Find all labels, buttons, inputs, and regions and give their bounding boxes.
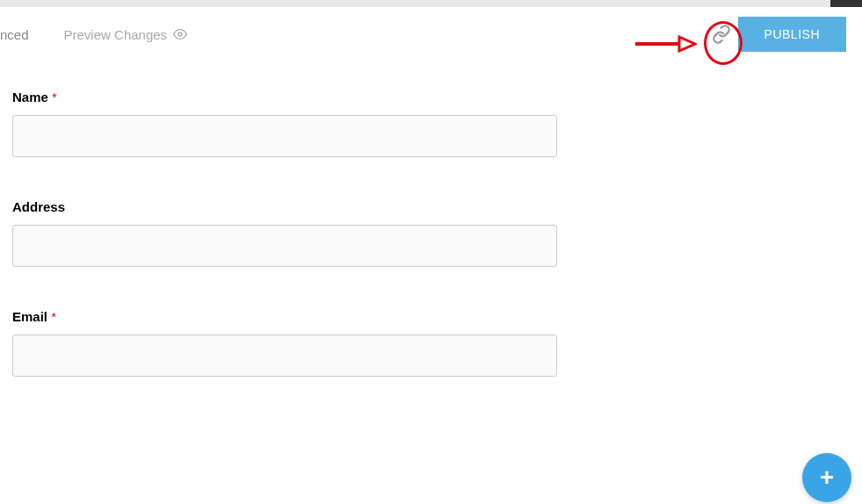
header-row: nced Preview Changes PUBLISH bbox=[0, 7, 862, 61]
name-input[interactable] bbox=[12, 115, 557, 157]
preview-changes-button[interactable]: Preview Changes bbox=[64, 27, 188, 42]
preview-changes-label: Preview Changes bbox=[64, 27, 168, 42]
form-container: Name * Address Email * bbox=[0, 61, 862, 377]
svg-point-0 bbox=[178, 32, 182, 36]
add-fab-button[interactable]: + bbox=[802, 453, 851, 502]
email-input[interactable] bbox=[12, 335, 557, 377]
top-bar-dark-segment bbox=[830, 0, 862, 7]
form-group-email: Email * bbox=[12, 309, 850, 377]
required-mark: * bbox=[52, 90, 57, 104]
name-label-text: Name bbox=[12, 90, 48, 104]
address-label: Address bbox=[12, 199, 850, 214]
eye-icon bbox=[173, 27, 187, 41]
address-label-text: Address bbox=[12, 199, 65, 214]
address-input[interactable] bbox=[12, 225, 557, 267]
form-group-name: Name * bbox=[12, 90, 850, 157]
required-mark: * bbox=[51, 309, 56, 324]
name-label: Name * bbox=[12, 90, 850, 104]
top-thin-bar bbox=[0, 0, 862, 7]
email-label: Email * bbox=[12, 309, 850, 324]
link-icon bbox=[711, 24, 732, 45]
form-group-address: Address bbox=[12, 199, 850, 267]
email-label-text: Email bbox=[12, 309, 47, 324]
publish-button[interactable]: PUBLISH bbox=[738, 17, 846, 52]
plus-icon: + bbox=[820, 464, 834, 492]
link-button[interactable] bbox=[711, 24, 732, 45]
advanced-tab-partial[interactable]: nced bbox=[0, 27, 29, 42]
